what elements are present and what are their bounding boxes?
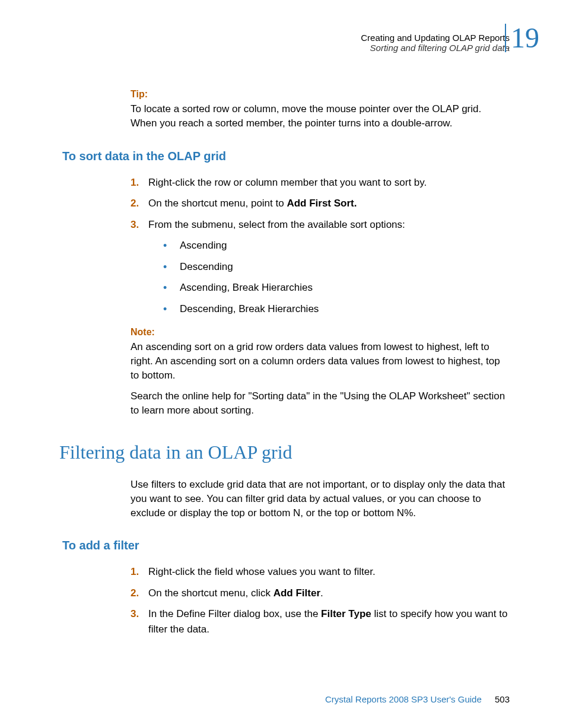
list-item: 2. On the shortcut menu, point to Add Fi… xyxy=(131,196,510,211)
list-item: 1. Right-click the field whose values yo… xyxy=(131,564,510,580)
sort-steps-list: 1. Right-click the row or column member … xyxy=(131,175,510,317)
list-item: Descending, Break Hierarchies xyxy=(163,301,510,317)
filter-steps-block: 1. Right-click the field whose values yo… xyxy=(131,564,510,637)
note-text: An ascending sort on a grid row orders d… xyxy=(131,340,510,382)
step-text: From the submenu, select from the availa… xyxy=(148,219,405,230)
step-suffix: . xyxy=(320,587,323,599)
list-item: 2. On the shortcut menu, click Add Filte… xyxy=(131,586,510,601)
tip-block: Tip: To locate a sorted row or column, m… xyxy=(131,89,510,131)
step-number: 1. xyxy=(131,564,139,580)
filter-intro-text: Use filters to exclude grid data that ar… xyxy=(131,478,510,520)
step-number: 3. xyxy=(131,217,139,233)
list-item: 3. From the submenu, select from the ava… xyxy=(131,217,510,317)
list-item: 1. Right-click the row or column member … xyxy=(131,175,510,190)
heading-filtering-data: Filtering data in an OLAP grid xyxy=(59,441,510,463)
step-text: On the shortcut menu, click xyxy=(148,587,274,599)
heading-add-filter: To add a filter xyxy=(62,539,510,552)
list-item: 3. In the Define Filter dialog box, use … xyxy=(131,606,510,637)
header-chapter-title: Creating and Updating OLAP Reports xyxy=(361,33,510,43)
page-footer: Crystal Reports 2008 SP3 User's Guide 50… xyxy=(325,694,510,704)
step-bold: Add First Sort. xyxy=(287,198,357,209)
step-number: 3. xyxy=(131,606,139,622)
page-header: Creating and Updating OLAP Reports Sorti… xyxy=(361,33,510,53)
note-block: Note: An ascending sort on a grid row or… xyxy=(131,327,510,418)
step-number: 1. xyxy=(131,175,139,190)
page-content: Tip: To locate a sorted row or column, m… xyxy=(62,89,510,643)
sort-options-list: Ascending Descending Ascending, Break Hi… xyxy=(163,238,510,316)
step-text: Right-click the field whose values you w… xyxy=(148,566,376,577)
tip-text: To locate a sorted row or column, move t… xyxy=(131,102,510,131)
step-text: In the Define Filter dialog box, use the xyxy=(148,608,321,619)
filter-steps-list: 1. Right-click the field whose values yo… xyxy=(131,564,510,637)
step-bold: Add Filter xyxy=(274,587,320,599)
list-item: Descending xyxy=(163,259,510,275)
tip-label: Tip: xyxy=(131,89,510,100)
note-label: Note: xyxy=(131,327,510,338)
filter-intro-block: Use filters to exclude grid data that ar… xyxy=(131,478,510,520)
list-item: Ascending xyxy=(163,238,510,253)
sort-steps-block: 1. Right-click the row or column member … xyxy=(131,175,510,317)
step-text: Right-click the row or column member tha… xyxy=(148,177,427,188)
header-section-title: Sorting and filtering OLAP grid data xyxy=(361,43,510,53)
step-number: 2. xyxy=(131,586,139,601)
step-text: On the shortcut menu, point to xyxy=(148,198,287,209)
heading-sort-data: To sort data in the OLAP grid xyxy=(62,150,510,163)
sort-help-para: Search the online help for "Sorting data… xyxy=(131,389,510,418)
list-item: Ascending, Break Hierarchies xyxy=(163,280,510,295)
step-number: 2. xyxy=(131,196,139,211)
footer-page-number: 503 xyxy=(495,694,510,704)
step-bold: Filter Type xyxy=(321,608,371,619)
footer-guide-name: Crystal Reports 2008 SP3 User's Guide xyxy=(325,694,482,704)
chapter-number: 19 xyxy=(505,24,539,52)
